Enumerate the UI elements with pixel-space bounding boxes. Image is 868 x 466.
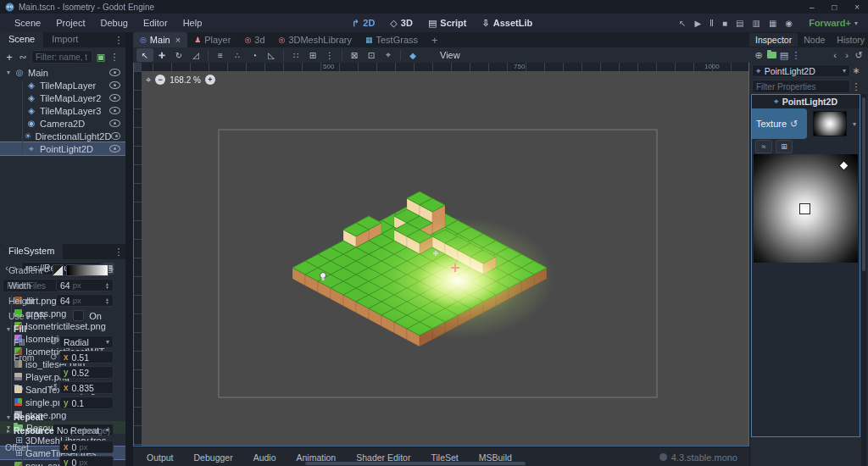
renderer-select[interactable]: Forward+ ▾ xyxy=(809,18,858,28)
bottom-tab-audio[interactable]: Audio xyxy=(243,452,287,463)
scale-tool-icon[interactable]: ◿ xyxy=(187,48,204,62)
revert-icon[interactable]: ↺ xyxy=(50,382,58,393)
fill-section[interactable]: ▾ Fill xyxy=(3,323,114,335)
play-custom-scene-icon[interactable]: ▦ xyxy=(769,19,776,28)
spinner-icon[interactable]: ▲▼ xyxy=(105,297,109,304)
revert-icon[interactable]: ↺ xyxy=(790,119,798,130)
repeat-section[interactable]: ▾ Repeat xyxy=(3,411,114,423)
fill-dropdown[interactable]: Radial ▾ xyxy=(59,336,114,348)
manage-props-icon[interactable]: ∗ xyxy=(850,64,862,78)
resource-menu-icon[interactable]: ⋮ xyxy=(790,48,802,62)
new-resource-icon[interactable]: ⊕ xyxy=(753,48,765,62)
caret-icon[interactable]: ▾ xyxy=(3,69,14,76)
movie-maker-icon[interactable]: ◉ xyxy=(785,19,793,28)
zoom-level[interactable]: 168.2 % xyxy=(170,75,201,85)
pan-tool-icon[interactable]: ◔ xyxy=(246,48,263,62)
center-view-icon[interactable]: ⌖ xyxy=(146,75,151,86)
scene-tab-player[interactable]: ♟Player xyxy=(187,32,237,47)
grid-snap-icon[interactable]: ⊞ xyxy=(304,48,321,62)
inspector-scrollbar-thumb[interactable] xyxy=(862,97,865,271)
play-icon[interactable]: ▶ xyxy=(694,19,701,28)
scene-node-tilemaplayer3[interactable]: ◈TileMapLayer3 xyxy=(0,104,125,117)
list-select-icon[interactable]: ≡ xyxy=(212,48,229,62)
scene-node-main[interactable]: ▾◎Main xyxy=(0,66,125,79)
mode-3d[interactable]: ◇3D xyxy=(390,18,413,29)
bottom-tab-shader-editor[interactable]: Shader Editor xyxy=(346,452,420,463)
revert-icon[interactable]: ↺ xyxy=(42,264,50,275)
revert-icon[interactable]: ↺ xyxy=(50,336,58,347)
bottom-tab-tileset[interactable]: TileSet xyxy=(420,452,468,463)
play-cursor-icon[interactable]: ↖ xyxy=(679,19,686,28)
menu-editor[interactable]: Editor xyxy=(136,18,175,28)
visibility-eye-icon[interactable] xyxy=(109,119,120,127)
offset-y-field[interactable]: y 0 px xyxy=(59,456,114,466)
object-history-icon[interactable]: ↺ xyxy=(853,48,865,62)
gradient-texture-preview[interactable] xyxy=(754,154,858,263)
menu-scene[interactable]: Scene xyxy=(7,18,48,28)
mode-2d[interactable]: ↱2D xyxy=(352,18,375,29)
resource-section-row[interactable]: ▸ Resource (1 change) xyxy=(3,424,114,436)
save-resource-icon[interactable]: ▤ xyxy=(778,48,790,62)
rotate-tool-icon[interactable]: ↻ xyxy=(170,48,187,62)
visibility-eye-icon[interactable] xyxy=(109,145,120,153)
gradient-reverse-icon[interactable]: ≈ xyxy=(755,140,772,153)
minimize-button[interactable]: – xyxy=(810,3,815,12)
filesystem-menu-icon[interactable]: ⋮ xyxy=(112,245,125,258)
node-selector[interactable]: ⌖ PointLight2D ▾ xyxy=(752,64,850,77)
scene-node-tilemaplayer2[interactable]: ◈TileMapLayer2 xyxy=(0,92,125,104)
dock-splitter[interactable] xyxy=(125,32,133,466)
scene-tree-menu-icon[interactable]: ⋮ xyxy=(108,50,121,64)
move-tool-icon[interactable]: ✚ xyxy=(153,48,170,62)
spinner-icon[interactable]: ▲▼ xyxy=(105,282,109,289)
remote-debug-icon[interactable]: ▤ xyxy=(736,19,743,28)
bottom-tab-animation[interactable]: Animation xyxy=(287,452,347,463)
gradient-snap-icon[interactable]: ⊞ xyxy=(776,140,793,153)
property-tools-icon[interactable]: ⋮ xyxy=(850,80,862,93)
to-y-field[interactable]: y 0.1 xyxy=(59,397,114,409)
history-back-icon[interactable]: ‹ xyxy=(829,48,841,62)
snap-options-icon[interactable]: ⋮ xyxy=(321,48,338,62)
tab-filesystem[interactable]: FileSystem xyxy=(0,244,63,259)
close-button[interactable]: × xyxy=(854,3,860,12)
texture-label-cell[interactable]: Texture ↺ xyxy=(752,108,807,139)
skeleton-options-icon[interactable]: ◆ xyxy=(404,48,421,62)
view-menu-button[interactable]: View xyxy=(433,49,467,61)
mode-assetlib[interactable]: ⇩AssetLib xyxy=(481,18,532,29)
visibility-eye-icon[interactable] xyxy=(109,69,120,76)
mode-script[interactable]: ▤Script xyxy=(428,18,467,29)
scene-dock-menu-icon[interactable]: ⋮ xyxy=(112,33,125,47)
smart-snap-icon[interactable]: ∷ xyxy=(287,48,304,62)
bottom-tab-msbuild[interactable]: MSBuild xyxy=(469,452,522,463)
tab-scene[interactable]: Scene xyxy=(0,32,43,47)
attach-script-button[interactable]: ▣ xyxy=(94,50,108,64)
history-forward-icon[interactable]: › xyxy=(841,48,853,62)
play-scene-icon[interactable]: ▥ xyxy=(753,19,760,28)
tab-inspector[interactable]: Inspector xyxy=(749,33,798,47)
from-handle[interactable] xyxy=(800,204,810,214)
chevron-down-icon[interactable]: ▾ xyxy=(110,266,114,274)
gradient-swatch[interactable] xyxy=(66,264,108,276)
scene-node-directionallight2d[interactable]: ☀DirectionalLight2D xyxy=(0,130,125,142)
group-icon[interactable]: ⊡ xyxy=(363,48,380,62)
scene-node-pointlight2d[interactable]: ⌖PointLight2D xyxy=(0,142,125,155)
tab-history[interactable]: History xyxy=(831,33,868,47)
menu-help[interactable]: Help xyxy=(175,18,210,28)
stop-icon[interactable]: ■ xyxy=(722,19,727,28)
scene-tab-3d[interactable]: ◎3d xyxy=(237,32,271,47)
load-resource-icon[interactable] xyxy=(765,48,778,62)
bottom-tab-output[interactable]: Output xyxy=(136,452,184,463)
menu-debug[interactable]: Debug xyxy=(92,18,135,28)
tab-import[interactable]: Import xyxy=(43,32,86,47)
revert-icon[interactable]: ↺ xyxy=(50,352,58,363)
scene-tab-3dmeshlibrary[interactable]: ◎3DMeshLibrary xyxy=(272,32,359,47)
from-x-field[interactable]: x 0.51 xyxy=(59,351,114,363)
visibility-eye-icon[interactable] xyxy=(111,132,120,140)
close-icon[interactable]: × xyxy=(175,35,181,45)
to-handle[interactable] xyxy=(840,162,849,170)
bone-icon[interactable]: ⌖ xyxy=(380,48,397,62)
scene-filter-input[interactable] xyxy=(31,50,92,64)
scrollbar-strip[interactable] xyxy=(305,462,526,465)
ruler-tool-icon[interactable]: ◺ xyxy=(263,48,280,62)
add-node-button[interactable]: + xyxy=(3,50,16,64)
new-scene-tab-button[interactable]: + xyxy=(425,32,445,47)
